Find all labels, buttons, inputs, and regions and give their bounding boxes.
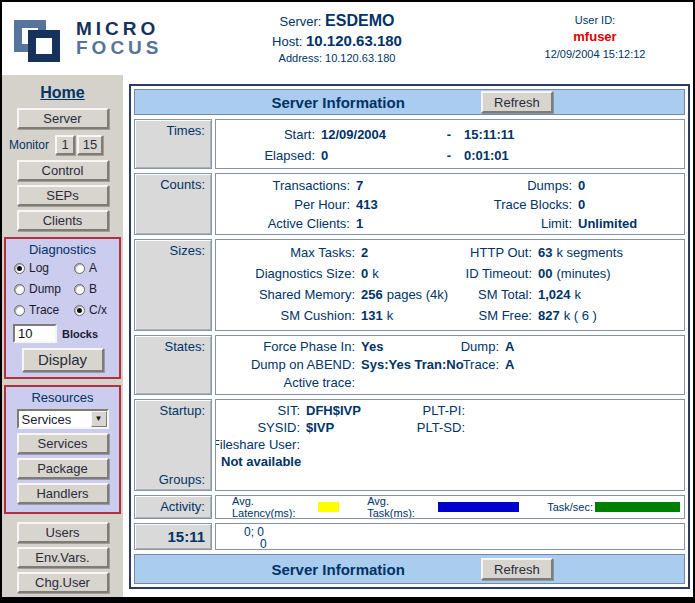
- log-radio[interactable]: [14, 263, 25, 274]
- refresh-button-bottom[interactable]: Refresh: [481, 558, 553, 580]
- sizes-line: Shared Memory: 256pages (4k) SM Total: 1…: [220, 284, 680, 305]
- sizes-line: Max Tasks: 2 HTTP Out: 63k segments: [220, 242, 680, 263]
- sizes-label: Sizes:: [134, 239, 212, 331]
- host-label: Host:: [272, 34, 302, 49]
- startup-label: Startup:: [137, 403, 205, 418]
- states-line: Force Phase In: Yes Dump: A: [220, 338, 680, 356]
- display-button[interactable]: Display: [22, 348, 104, 372]
- monitor-1-button[interactable]: 1: [55, 135, 75, 155]
- clients-button[interactable]: Clients: [17, 210, 109, 231]
- cx-radio[interactable]: [74, 305, 85, 316]
- trace-radio[interactable]: [14, 305, 25, 316]
- resources-dropdown[interactable]: Services ▼: [17, 409, 109, 429]
- dump-radio[interactable]: [14, 284, 25, 295]
- refresh-button-top[interactable]: Refresh: [481, 91, 553, 113]
- states-line: Dump on ABEND: Sys:Yes Tran:No Trace: A: [220, 356, 680, 374]
- b-radio-option[interactable]: B: [74, 282, 118, 296]
- page-header: MICRO FOCUS Server: ESDEMO Host: 10.120.…: [2, 2, 693, 75]
- server-information-table: Server Information Refresh Times: Start:…: [129, 84, 690, 589]
- services-button[interactable]: Services: [17, 433, 109, 454]
- address-label: Address:: [279, 52, 322, 64]
- logo-text-focus: FOCUS: [76, 38, 163, 57]
- sizes-line: SM Cushion: 131k SM Free: 827k ( 6 ): [220, 305, 680, 326]
- handlers-button[interactable]: Handlers: [17, 483, 109, 504]
- sample-line-2: 0: [244, 538, 680, 550]
- server-identity: Server: ESDEMO Host: 10.120.63.180 Addre…: [232, 12, 442, 64]
- server-label: Server:: [280, 14, 322, 29]
- activity-legend: Avg. Latency(ms): Avg. Task(ms): Task/se…: [220, 498, 680, 516]
- states-row: States: Force Phase In: Yes Dump: A Dump…: [134, 335, 685, 395]
- seps-button[interactable]: SEPs: [17, 185, 109, 206]
- activity-label: Activity:: [134, 495, 212, 519]
- activity-sample-row: 15:11 0; 0 0: [134, 523, 685, 550]
- startup-groups-row: Startup: Groups: SIT: DFH$IVP PLT-PI: SY…: [134, 399, 685, 491]
- top-title-bar: Server Information Refresh: [134, 89, 685, 115]
- user-id-label: User ID:: [515, 14, 675, 26]
- control-button[interactable]: Control: [17, 160, 109, 181]
- chg-user-button[interactable]: Chg.User: [17, 572, 109, 593]
- tasksec-legend-label: Task/sec:: [547, 501, 593, 513]
- home-heading[interactable]: Home: [2, 84, 123, 102]
- timestamp: 12/09/2004 15:12:12: [515, 48, 675, 60]
- groups-label: Groups:: [137, 472, 205, 487]
- server-name: ESDEMO: [325, 12, 394, 29]
- a-radio-option[interactable]: A: [74, 261, 118, 275]
- page-title: Server Information: [271, 94, 404, 111]
- counts-label: Counts:: [134, 173, 212, 235]
- times-label: Times:: [134, 119, 212, 169]
- blocks-label: Blocks: [62, 328, 98, 340]
- cx-radio-option[interactable]: C/x: [74, 303, 118, 317]
- server-information-page: MICRO FOCUS Server: ESDEMO Host: 10.120.…: [0, 0, 695, 603]
- logo-front-square-icon: [28, 30, 60, 62]
- resources-dropdown-value: Services: [19, 412, 91, 427]
- blocks-input[interactable]: [13, 324, 57, 343]
- monitor-15-button[interactable]: 15: [77, 135, 103, 155]
- log-radio-option[interactable]: Log: [14, 261, 74, 275]
- dump-radio-option[interactable]: Dump: [14, 282, 74, 296]
- states-line: Active trace:: [220, 374, 680, 392]
- elapsed-line: Elapsed: 0 - 0:01:01: [220, 145, 680, 166]
- sample-time-label: 15:11: [134, 523, 212, 550]
- user-id-value: mfuser: [515, 29, 675, 44]
- startup-line: Fileshare User:: [220, 436, 680, 453]
- tasksec-swatch-icon: [595, 502, 680, 512]
- users-button[interactable]: Users: [17, 522, 109, 543]
- states-label: States:: [134, 335, 212, 395]
- times-row: Times: Start: 12/09/2004 - 15:11:11 Elap…: [134, 119, 685, 169]
- counts-line: Transactions: 7 Dumps: 0: [220, 176, 680, 195]
- sample-line-1: 0; 0: [244, 526, 680, 538]
- server-button[interactable]: Server: [17, 108, 109, 129]
- b-radio[interactable]: [74, 284, 85, 295]
- groups-value: Not available: [220, 453, 680, 471]
- latency-swatch-icon: [318, 502, 339, 512]
- sizes-row: Sizes: Max Tasks: 2 HTTP Out: 63k segmen…: [134, 239, 685, 331]
- bottom-title-bar: Server Information Refresh: [134, 554, 685, 584]
- diagnostics-groupbox: Diagnostics Log A Dump: [4, 237, 121, 379]
- chevron-down-icon[interactable]: ▼: [91, 411, 107, 427]
- activity-row: Activity: Avg. Latency(ms): Avg. Task(ms…: [134, 495, 685, 519]
- a-radio[interactable]: [74, 263, 85, 274]
- resources-groupbox: Resources Services ▼ Services Package Ha…: [4, 385, 121, 514]
- address-value: 10.120.63.180: [325, 52, 395, 64]
- main-content: Server Information Refresh Times: Start:…: [123, 75, 693, 597]
- startup-line: SYSID: $IVP PLT-SD:: [220, 419, 680, 436]
- task-swatch-icon: [438, 502, 519, 512]
- host-value: 10.120.63.180: [306, 32, 402, 49]
- user-identity: User ID: mfuser 12/09/2004 15:12:12: [515, 14, 675, 60]
- resources-title: Resources: [6, 390, 119, 405]
- monitor-row: Monitor 1 15: [9, 135, 123, 155]
- latency-legend-label: Avg. Latency(ms):: [232, 495, 316, 519]
- env-vars-button[interactable]: Env.Vars.: [17, 547, 109, 568]
- sizes-line: Diagnostics Size: 0k ID Timeout: 00(minu…: [220, 263, 680, 284]
- counts-line: Per Hour: 413 Trace Blocks: 0: [220, 195, 680, 214]
- counts-line: Active Clients: 1 Limit: Unlimited: [220, 214, 680, 233]
- page-title-bottom: Server Information: [271, 561, 404, 578]
- micro-focus-logo: MICRO FOCUS: [12, 10, 167, 68]
- task-legend-label: Avg. Task(ms):: [367, 495, 436, 519]
- monitor-label: Monitor: [9, 138, 49, 152]
- package-button[interactable]: Package: [17, 458, 109, 479]
- sidebar: Home Server Monitor 1 15 Control SEPs Cl…: [2, 75, 123, 597]
- startup-line: SIT: DFH$IVP PLT-PI:: [220, 402, 680, 419]
- counts-row: Counts: Transactions: 7 Dumps: 0 Per Hou…: [134, 173, 685, 235]
- trace-radio-option[interactable]: Trace: [14, 303, 74, 317]
